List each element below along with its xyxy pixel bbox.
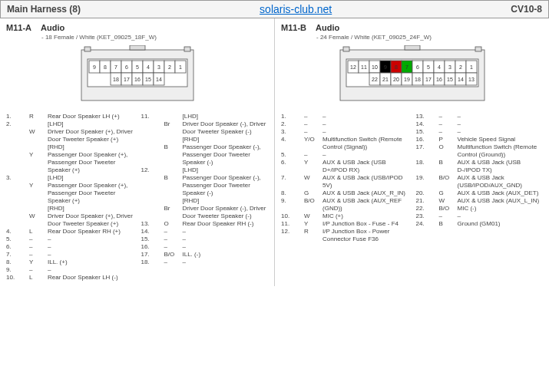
pin-desc: Driver Door Speaker (-), Driver Door Twe…: [183, 120, 269, 136]
pin-desc: [LHD]: [48, 120, 134, 128]
svg-text:14: 14: [156, 77, 162, 82]
pin-color: Y: [304, 220, 319, 228]
pin-number: 1.: [6, 113, 26, 120]
pin-color: Y: [29, 259, 45, 266]
pin-number: 1.: [281, 113, 301, 120]
pin-row: 5.––: [281, 151, 408, 159]
pin-color: [164, 113, 180, 120]
pin-color: O: [439, 143, 455, 159]
pin-number: 8.: [281, 189, 301, 197]
pin-color: –: [164, 228, 180, 236]
pin-row: 2.––: [281, 120, 408, 128]
pin-number: 7.: [6, 251, 26, 259]
pin-number: [6, 143, 26, 151]
pin-row: 11.YI/P Junction Box - Fuse - F4: [281, 220, 408, 228]
pin-color: B: [164, 143, 180, 166]
pin-desc: –: [458, 212, 544, 220]
pin-number: 18.: [141, 259, 161, 266]
pin-number: 8.: [6, 259, 26, 266]
pin-desc: [LHD]: [183, 113, 269, 120]
pin-row: 5.––: [6, 236, 134, 243]
pin-color: Br: [164, 205, 180, 220]
svg-text:15: 15: [447, 77, 453, 82]
pin-row: 23.––: [416, 212, 544, 220]
pin-row: 19.B/OAUX & USB Jack (USB/IPOD/AUX_GND): [416, 174, 544, 189]
pin-number: 17.: [416, 143, 436, 159]
pin-number: 4.: [281, 136, 301, 151]
pin-desc: Ground (GM01): [458, 220, 544, 228]
pin-row: BPassenger Door Speaker (-), Passenger D…: [141, 143, 269, 166]
pin-number: 15.: [141, 236, 161, 243]
svg-text:2: 2: [168, 64, 171, 70]
pin-desc: [RHD]: [183, 136, 269, 143]
pin-desc: –: [48, 266, 134, 274]
svg-text:16: 16: [134, 77, 141, 82]
pin-row: YPassenger Door Speaker (+), Passenger D…: [6, 151, 134, 174]
connector-id: M11-B: [281, 23, 306, 32]
pin-color: R: [304, 228, 319, 243]
pin-row: BrDriver Door Speaker (-), Driver Door T…: [141, 120, 269, 136]
pin-desc: [LHD]: [48, 174, 134, 182]
pin-row: 11.[LHD]: [141, 113, 269, 120]
pinout-table: 1.RRear Door Speaker LH (+)2.[LHD]WDrive…: [6, 113, 268, 282]
pin-row: 17.OMultifunction Switch (Remote Control…: [416, 143, 544, 159]
pin-color: Y: [29, 182, 45, 205]
svg-rect-3: [130, 45, 145, 50]
source-link[interactable]: solaris-club.net: [260, 3, 332, 15]
pin-color: G: [304, 189, 319, 197]
svg-text:16: 16: [436, 77, 442, 82]
svg-text:19: 19: [404, 77, 410, 82]
svg-text:22: 22: [372, 77, 378, 82]
svg-text:8: 8: [395, 64, 398, 70]
pin-number: 12.: [281, 228, 301, 243]
pin-row: 24.BGround (GM01): [416, 220, 544, 228]
pin-desc: Multifunction Switch (Remote Control (Si…: [322, 136, 408, 151]
svg-text:3: 3: [448, 64, 451, 70]
pin-color: P: [439, 136, 455, 143]
pin-desc: Passenger Door Speaker (-), Passenger Do…: [183, 174, 269, 197]
pin-color: –: [164, 259, 180, 266]
pin-number: 5.: [281, 151, 301, 159]
pin-color: W: [29, 212, 45, 228]
svg-text:3: 3: [157, 64, 160, 70]
pin-color: B/O: [164, 251, 180, 259]
pin-color: Y: [29, 151, 45, 174]
pin-number: [6, 151, 26, 174]
pin-row: 6.––: [6, 243, 134, 251]
svg-text:18: 18: [415, 77, 421, 82]
pin-desc: –: [48, 243, 134, 251]
pin-row: 15.––: [416, 128, 544, 136]
pin-color: W: [304, 212, 319, 220]
pin-row: [RHD]: [6, 143, 134, 151]
pin-desc: Multifunction Switch (Remote Control (Gr…: [458, 143, 544, 159]
pin-number: [141, 197, 161, 205]
connector-panel-m11b: M11-B Audio - 24 Female / White (KET_090…: [275, 18, 549, 286]
pin-row: 12.[LHD]: [141, 166, 269, 174]
svg-text:5: 5: [136, 64, 139, 70]
svg-text:12: 12: [350, 64, 356, 70]
pin-color: [164, 166, 180, 174]
pin-desc: [LHD]: [183, 166, 269, 174]
pin-desc: –: [183, 243, 269, 251]
pin-number: [141, 143, 161, 166]
pin-color: –: [304, 113, 319, 120]
connector-panel-m11a: M11-A Audio - 18 Female / White (KET_090…: [0, 18, 275, 286]
pin-number: 4.: [6, 228, 26, 236]
pin-number: 16.: [141, 243, 161, 251]
pin-row: 14.––: [141, 228, 269, 236]
pin-number: 24.: [416, 220, 436, 228]
svg-text:2: 2: [459, 64, 462, 70]
pin-color: –: [304, 120, 319, 128]
pin-row: 21.WAUX & USB Jack (AUX_L_IN): [416, 197, 544, 205]
pin-number: [141, 136, 161, 143]
pin-color: L: [29, 228, 45, 236]
pin-row: 7.WAUX & USB Jack (USB/IPOD 5V): [281, 174, 408, 189]
pin-desc: –: [322, 120, 408, 128]
pin-number: 11.: [141, 113, 161, 120]
pin-desc: –: [322, 113, 408, 120]
svg-text:6: 6: [125, 64, 128, 70]
svg-text:7: 7: [114, 64, 117, 70]
pin-color: –: [439, 120, 455, 128]
pin-desc: AUX & USB Jack (AUX_REF (GND)): [322, 197, 408, 212]
pin-number: 7.: [281, 174, 301, 189]
